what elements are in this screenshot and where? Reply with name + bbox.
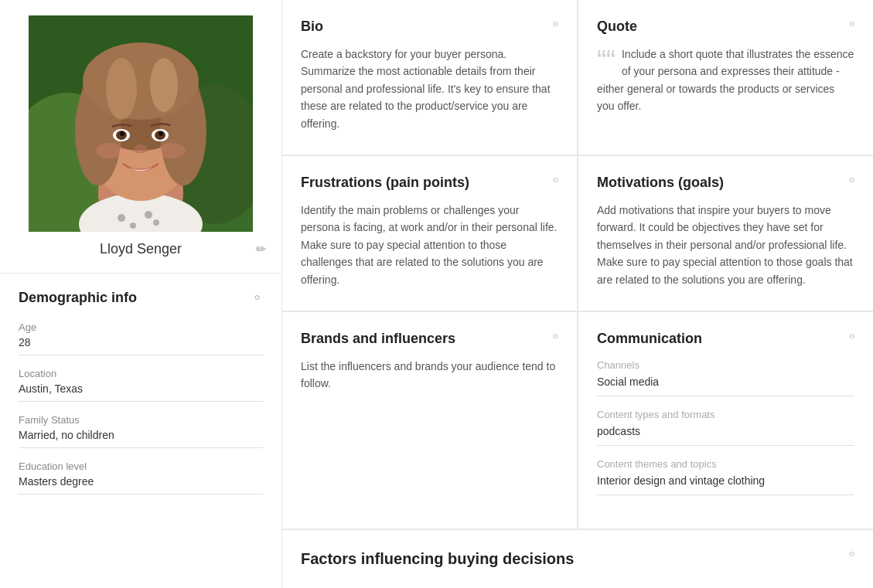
family-status-field: Family Status Married, no children (19, 414, 263, 448)
brands-title: Brands and influencers (301, 331, 558, 347)
svg-point-17 (120, 131, 124, 136)
bio-card: ⚬ Bio Create a backstory for your buyer … (282, 0, 577, 155)
svg-point-18 (159, 131, 163, 136)
education-value[interactable]: Masters degree (19, 475, 263, 495)
demographic-title: Demographic info (19, 290, 137, 306)
family-status-label: Family Status (19, 414, 263, 426)
channels-value[interactable]: Social media (597, 376, 854, 396)
svg-point-21 (158, 143, 186, 158)
demographic-hint-icon[interactable]: ⚬ (251, 289, 263, 306)
brands-hint-icon[interactable]: ⚬ (550, 328, 561, 345)
motivations-hint-icon[interactable]: ⚬ (846, 172, 858, 189)
motivations-title: Motivations (goals) (597, 175, 854, 191)
main-content: ⚬ Bio Create a backstory for your buyer … (282, 0, 873, 588)
age-label: Age (19, 321, 263, 333)
quote-card: ⚬ Quote ““ Include a short quote that il… (578, 0, 873, 155)
profile-name: Lloyd Senger (100, 241, 182, 257)
profile-section: Lloyd Senger ✏ (0, 0, 281, 274)
frustrations-card: ⚬ Frustrations (pain points) Identify th… (282, 156, 577, 311)
demographic-header: Demographic info ⚬ (19, 289, 263, 306)
quote-body[interactable]: Include a short quote that illustrates t… (597, 48, 854, 112)
bio-title: Bio (301, 19, 558, 35)
factors-card: ⚬ Factors influencing buying decisions (282, 530, 873, 588)
channels-label: Channels (597, 359, 854, 371)
svg-point-10 (83, 42, 199, 120)
motivations-card: ⚬ Motivations (goals) Add motivations th… (578, 156, 873, 311)
quote-title: Quote (597, 19, 854, 35)
cards-grid: ⚬ Bio Create a backstory for your buyer … (282, 0, 873, 588)
svg-point-11 (106, 58, 137, 120)
svg-point-23 (145, 211, 152, 219)
quote-mark-icon: ““ (597, 50, 616, 73)
bio-body[interactable]: Create a backstory for your buyer person… (301, 46, 558, 132)
sidebar: Lloyd Senger ✏ Demographic info ⚬ Age 28… (0, 0, 282, 588)
age-value[interactable]: 28 (19, 336, 263, 355)
svg-point-22 (118, 214, 125, 222)
frustrations-body[interactable]: Identify the main problems or challenges… (301, 202, 558, 288)
brands-body[interactable]: List the influencers and brands your aud… (301, 358, 558, 393)
svg-point-12 (150, 58, 178, 112)
education-field: Education level Masters degree (19, 461, 263, 495)
svg-point-24 (130, 223, 136, 229)
factors-hint-icon[interactable]: ⚬ (846, 546, 858, 563)
edit-profile-icon[interactable]: ✏ (256, 242, 266, 257)
bio-hint-icon[interactable]: ⚬ (550, 15, 561, 32)
svg-point-20 (96, 143, 124, 158)
location-field: Location Austin, Texas (19, 368, 263, 402)
location-label: Location (19, 368, 263, 379)
communication-card: ⚬ Communication Channels Social media Co… (578, 312, 873, 529)
quote-content-area: ““ Include a short quote that illustrate… (597, 46, 854, 115)
frustrations-hint-icon[interactable]: ⚬ (550, 172, 561, 189)
motivations-body[interactable]: Add motivations that inspire your buyers… (597, 202, 854, 288)
communication-hint-icon[interactable]: ⚬ (846, 328, 858, 345)
education-label: Education level (19, 461, 263, 472)
content-types-value[interactable]: podcasts (597, 425, 854, 446)
svg-point-25 (153, 219, 159, 226)
factors-title: Factors influencing buying decisions (301, 549, 854, 569)
profile-name-row: Lloyd Senger ✏ (15, 241, 266, 257)
demographic-section: Demographic info ⚬ Age 28 Location Austi… (0, 274, 281, 588)
content-themes-value[interactable]: Interior design and vintage clothing (597, 474, 854, 495)
content-themes-label: Content themes and topics (597, 458, 854, 470)
profile-image (29, 15, 253, 232)
brands-card: ⚬ Brands and influencers List the influe… (282, 312, 577, 529)
quote-hint-icon[interactable]: ⚬ (846, 15, 858, 32)
age-field: Age 28 (19, 321, 263, 355)
family-status-value[interactable]: Married, no children (19, 429, 263, 448)
content-types-label: Content types and formats (597, 409, 854, 420)
communication-title: Communication (597, 331, 854, 347)
frustrations-title: Frustrations (pain points) (301, 175, 558, 191)
location-value[interactable]: Austin, Texas (19, 382, 263, 402)
